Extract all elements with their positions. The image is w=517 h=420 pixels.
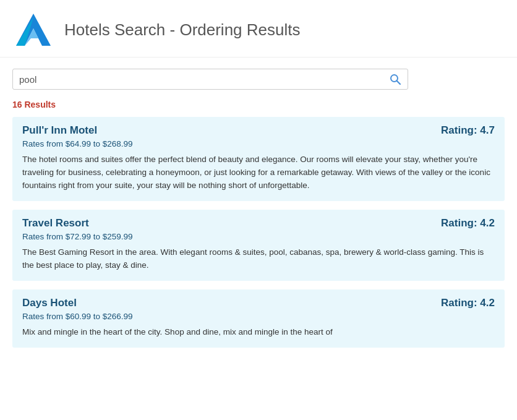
- hotel-name[interactable]: Travel Resort: [22, 217, 89, 229]
- logo: [12, 11, 54, 48]
- hotel-rating: Rating: 4.7: [441, 124, 495, 137]
- hotel-name[interactable]: Days Hotel: [22, 297, 77, 309]
- logo-icon: [12, 11, 54, 48]
- hotel-rates: Rates from $72.99 to $259.99: [22, 232, 495, 241]
- search-bar: [12, 69, 408, 90]
- hotel-header: Days Hotel Rating: 4.2: [22, 297, 495, 309]
- page-header: Hotels Search - Ordering Results: [0, 0, 517, 58]
- svg-line-4: [397, 81, 401, 85]
- hotel-card: Days Hotel Rating: 4.2 Rates from $60.99…: [12, 289, 505, 348]
- search-icon: [389, 73, 401, 85]
- results-number: 16: [12, 100, 22, 109]
- hotel-rating: Rating: 4.2: [441, 297, 495, 309]
- hotel-rates: Rates from $60.99 to $266.99: [22, 312, 495, 321]
- hotel-header: Pull'r Inn Motel Rating: 4.7: [22, 124, 495, 137]
- hotel-header: Travel Resort Rating: 4.2: [22, 217, 495, 229]
- search-section: [0, 58, 517, 95]
- search-input[interactable]: [19, 74, 389, 85]
- hotel-description: The hotel rooms and suites offer the per…: [22, 153, 495, 192]
- hotel-rating: Rating: 4.2: [441, 217, 495, 229]
- search-button[interactable]: [389, 73, 401, 85]
- hotel-name[interactable]: Pull'r Inn Motel: [22, 124, 97, 137]
- results-suffix: Results: [22, 100, 56, 109]
- hotel-rates: Rates from $64.99 to $268.99: [22, 139, 495, 148]
- hotel-description: The Best Gaming Resort in the area. With…: [22, 246, 495, 272]
- hotel-card: Travel Resort Rating: 4.2 Rates from $72…: [12, 210, 505, 281]
- page-title: Hotels Search - Ordering Results: [64, 20, 300, 40]
- hotel-description: Mix and mingle in the heart of the city.…: [22, 326, 495, 339]
- hotel-card: Pull'r Inn Motel Rating: 4.7 Rates from …: [12, 117, 505, 201]
- results-count: 16 Results: [0, 95, 517, 113]
- results-list: Pull'r Inn Motel Rating: 4.7 Rates from …: [0, 113, 517, 356]
